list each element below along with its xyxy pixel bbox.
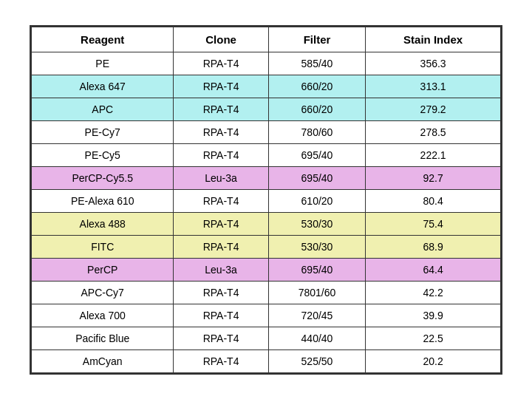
cell-stain_index: 313.1 bbox=[366, 75, 501, 98]
cell-stain_index: 92.7 bbox=[366, 166, 501, 189]
cell-stain_index: 75.4 bbox=[366, 212, 501, 235]
table-row: AmCyanRPA-T4525/5020.2 bbox=[32, 349, 501, 372]
table-row: PE-Cy5RPA-T4695/40222.1 bbox=[32, 143, 501, 166]
table-row: Alexa 700RPA-T4720/4539.9 bbox=[32, 304, 501, 327]
cell-reagent: Alexa 647 bbox=[32, 75, 174, 98]
table-row: Alexa 488RPA-T4530/3075.4 bbox=[32, 212, 501, 235]
table-header-row: Reagent Clone Filter Stain Index bbox=[32, 27, 501, 52]
header-filter: Filter bbox=[268, 27, 366, 52]
table-row: APCRPA-T4660/20279.2 bbox=[32, 98, 501, 120]
cell-filter: 660/20 bbox=[268, 75, 366, 98]
cell-stain_index: 222.1 bbox=[366, 143, 501, 166]
cell-reagent: APC-Cy7 bbox=[32, 281, 174, 304]
cell-reagent: AmCyan bbox=[32, 349, 174, 372]
table-row: Pacific BlueRPA-T4440/4022.5 bbox=[32, 327, 501, 349]
table-row: PE-Alexa 610RPA-T4610/2080.4 bbox=[32, 189, 501, 212]
cell-reagent: PerCP-Cy5.5 bbox=[32, 166, 174, 189]
cell-reagent: Pacific Blue bbox=[32, 327, 174, 349]
cell-filter: 530/30 bbox=[268, 212, 366, 235]
cell-filter: 440/40 bbox=[268, 327, 366, 349]
cell-clone: RPA-T4 bbox=[174, 349, 268, 372]
cell-stain_index: 22.5 bbox=[366, 327, 501, 349]
cell-clone: RPA-T4 bbox=[174, 189, 268, 212]
cell-reagent: Alexa 700 bbox=[32, 304, 174, 327]
cell-filter: 530/30 bbox=[268, 235, 366, 258]
cell-reagent: APC bbox=[32, 98, 174, 120]
cell-reagent: FITC bbox=[32, 235, 174, 258]
cell-clone: RPA-T4 bbox=[174, 52, 268, 75]
cell-clone: RPA-T4 bbox=[174, 281, 268, 304]
cell-filter: 525/50 bbox=[268, 349, 366, 372]
table-row: Alexa 647RPA-T4660/20313.1 bbox=[32, 75, 501, 98]
cell-clone: RPA-T4 bbox=[174, 235, 268, 258]
cell-reagent: PE bbox=[32, 52, 174, 75]
table-row: APC-Cy7RPA-T47801/6042.2 bbox=[32, 281, 501, 304]
cell-reagent: Alexa 488 bbox=[32, 212, 174, 235]
header-reagent: Reagent bbox=[32, 27, 174, 52]
table-row: PERPA-T4585/40356.3 bbox=[32, 52, 501, 75]
cell-reagent: PE-Cy5 bbox=[32, 143, 174, 166]
cell-stain_index: 80.4 bbox=[366, 189, 501, 212]
cell-reagent: PE-Alexa 610 bbox=[32, 189, 174, 212]
cell-filter: 695/40 bbox=[268, 258, 366, 281]
table-row: FITCRPA-T4530/3068.9 bbox=[32, 235, 501, 258]
reagent-table: Reagent Clone Filter Stain Index PERPA-T… bbox=[31, 27, 501, 373]
table-row: PE-Cy7RPA-T4780/60278.5 bbox=[32, 120, 501, 143]
header-clone: Clone bbox=[174, 27, 268, 52]
cell-stain_index: 278.5 bbox=[366, 120, 501, 143]
cell-clone: Leu-3a bbox=[174, 258, 268, 281]
cell-stain_index: 39.9 bbox=[366, 304, 501, 327]
cell-clone: RPA-T4 bbox=[174, 327, 268, 349]
cell-clone: RPA-T4 bbox=[174, 98, 268, 120]
cell-filter: 610/20 bbox=[268, 189, 366, 212]
cell-clone: RPA-T4 bbox=[174, 75, 268, 98]
table-body: PERPA-T4585/40356.3Alexa 647RPA-T4660/20… bbox=[32, 52, 501, 372]
cell-stain_index: 20.2 bbox=[366, 349, 501, 372]
main-table-container: Reagent Clone Filter Stain Index PERPA-T… bbox=[30, 25, 502, 375]
cell-clone: RPA-T4 bbox=[174, 143, 268, 166]
table-row: PerCPLeu-3a695/4064.4 bbox=[32, 258, 501, 281]
cell-clone: RPA-T4 bbox=[174, 304, 268, 327]
cell-clone: RPA-T4 bbox=[174, 212, 268, 235]
cell-filter: 695/40 bbox=[268, 143, 366, 166]
cell-clone: RPA-T4 bbox=[174, 120, 268, 143]
cell-reagent: PE-Cy7 bbox=[32, 120, 174, 143]
cell-stain_index: 42.2 bbox=[366, 281, 501, 304]
cell-clone: Leu-3a bbox=[174, 166, 268, 189]
cell-filter: 585/40 bbox=[268, 52, 366, 75]
cell-stain_index: 64.4 bbox=[366, 258, 501, 281]
cell-stain_index: 68.9 bbox=[366, 235, 501, 258]
cell-filter: 7801/60 bbox=[268, 281, 366, 304]
cell-filter: 780/60 bbox=[268, 120, 366, 143]
cell-filter: 695/40 bbox=[268, 166, 366, 189]
cell-filter: 720/45 bbox=[268, 304, 366, 327]
header-stain-index: Stain Index bbox=[366, 27, 501, 52]
cell-reagent: PerCP bbox=[32, 258, 174, 281]
cell-stain_index: 279.2 bbox=[366, 98, 501, 120]
cell-filter: 660/20 bbox=[268, 98, 366, 120]
table-row: PerCP-Cy5.5Leu-3a695/4092.7 bbox=[32, 166, 501, 189]
cell-stain_index: 356.3 bbox=[366, 52, 501, 75]
